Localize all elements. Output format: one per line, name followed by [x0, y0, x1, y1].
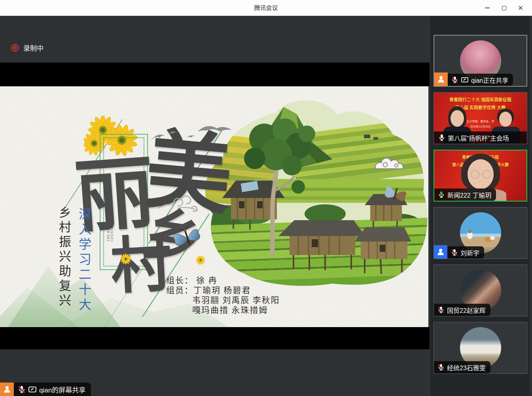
roster-block: 组长： 徐 冉 组员：丁瑜玥 杨碧君 韦羽翮 刘禹辰 李秋阳 嘎玛曲措 永珠措姆	[166, 276, 280, 315]
minimize-icon	[485, 8, 490, 8]
maximize-icon	[502, 6, 506, 10]
presentation-slide: THE BEAUTIFUL COUNTRYSIDE 美 丽 乡 村 乡村振兴助复…	[0, 86, 428, 327]
window-controls: ✕	[479, 0, 529, 16]
mic-speaking-icon	[437, 191, 445, 198]
mic-muted-icon	[437, 306, 445, 314]
participant-name: 经统23石雅雯	[447, 363, 486, 372]
butterfly-icon	[172, 226, 203, 250]
close-button[interactable]: ✕	[512, 0, 529, 16]
screen-share-icon	[461, 76, 469, 83]
banner-line: 青春践行二十大 强国有我新征程	[434, 96, 527, 103]
sidebar-scrollbar[interactable]	[529, 16, 532, 396]
maximize-button[interactable]	[496, 0, 512, 16]
roster-members-1: 组员：丁瑜玥 杨碧君	[166, 286, 280, 295]
sunflower-icon	[194, 253, 207, 267]
roster-leader: 组长： 徐 冉	[166, 276, 280, 286]
slide-slogan-right: 深入学习二十大	[78, 208, 90, 313]
close-icon: ✕	[518, 5, 523, 11]
participant-name: 新闻222 丁瑜玥	[447, 190, 491, 200]
letterbox-bottom	[0, 327, 430, 349]
recording-label: 录制中	[23, 43, 44, 53]
participant-name: 刘新宇	[460, 248, 479, 257]
letterbox-top	[0, 63, 430, 86]
mic-muted-icon	[451, 249, 458, 256]
screen-share-icon	[28, 386, 37, 393]
recording-indicator: 录制中	[11, 43, 44, 53]
minimize-button[interactable]	[479, 0, 496, 16]
person-badge-icon	[434, 72, 448, 86]
slide-slogan-left: 乡村振兴助复兴	[58, 206, 70, 308]
sunflower-icon	[118, 251, 134, 267]
mic-muted-icon	[451, 76, 458, 84]
glasses-icon	[469, 169, 493, 179]
person-badge-icon	[0, 383, 14, 396]
participant-name: 国贸22赵家辉	[447, 305, 486, 315]
participant-tile-zhuhuichang[interactable]: 青春践行二十大 强国有我新征程 第八届 实践教学优秀 大赛 主义学院、教务处、学…	[434, 92, 527, 144]
participants-sidebar: qian正在共享 青春践行二十大 强国有我新征程 第八届 实践教学优秀 大赛 主…	[430, 16, 532, 396]
roster-members-2: 韦羽翮 刘禹辰 李秋阳	[166, 295, 280, 305]
window-title: 腾讯会议	[0, 0, 532, 16]
share-banner-label: qian的屏幕共享	[39, 385, 85, 394]
swirl-cloud-icon	[157, 191, 201, 217]
participant-tile-liuxinyu[interactable]: 刘新宇	[434, 207, 527, 259]
screen-share-banner: qian的屏幕共享	[0, 383, 91, 396]
window-titlebar: 腾讯会议 ✕	[0, 0, 532, 16]
record-icon	[11, 44, 19, 52]
participant-tile-qian[interactable]: qian正在共享	[434, 35, 527, 87]
person-badge-icon	[434, 245, 447, 259]
shared-screen-area: 录制中	[0, 16, 430, 396]
participant-name: qian正在共享	[471, 75, 508, 85]
mic-on-icon	[438, 134, 445, 141]
participant-tile-dingyuyue[interactable]: 青春践行 有我新征程 第八届“扬帆杯” 秀作品展评大赛 主办单 校团委	[434, 150, 527, 202]
participant-tile-zhaojiahui[interactable]: 国贸22赵家辉	[434, 265, 527, 316]
mic-muted-icon	[17, 385, 26, 394]
birds-icon	[150, 124, 233, 149]
roster-members-3: 嘎玛曲措 永珠措姆	[166, 305, 280, 315]
participant-tile-shiyawen[interactable]: 经统23石雅雯	[434, 322, 527, 374]
participant-name: 第八届“扬帆杯”主会场	[448, 133, 509, 143]
mic-muted-icon	[437, 364, 445, 371]
